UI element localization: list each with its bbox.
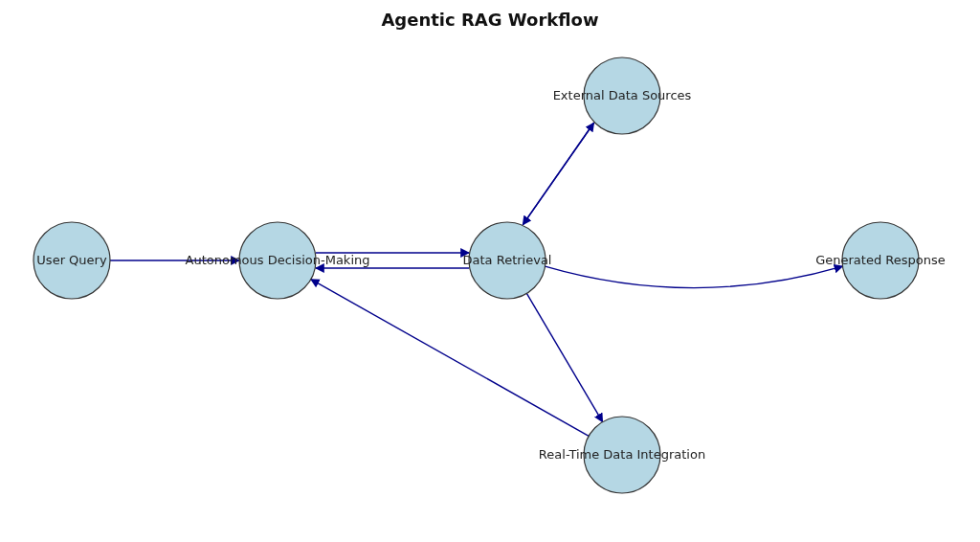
edge [526,293,602,421]
edge [311,280,589,437]
edge [546,266,843,288]
node-autonomous-decision: Autonomous Decision-Making [186,222,370,299]
node-label: External Data Sources [553,88,692,102]
node-user-query: User Query [33,222,110,299]
edge [523,123,593,224]
diagram-svg: User QueryAutonomous Decision-MakingData… [0,0,980,542]
node-label: Data Retrieval [463,253,552,267]
node-generated-response: Generated Response [815,222,946,299]
node-label: Generated Response [815,253,946,267]
diagram-canvas: Agentic RAG Workflow User QueryAutonomou… [0,0,980,542]
node-label: Real-Time Data Integration [539,447,705,462]
node-data-retrieval: Data Retrieval [463,222,552,299]
node-label: User Query [36,253,107,267]
node-real-time-integration: Real-Time Data Integration [539,417,705,493]
node-label: Autonomous Decision-Making [186,253,370,267]
node-external-sources: External Data Sources [553,57,692,134]
